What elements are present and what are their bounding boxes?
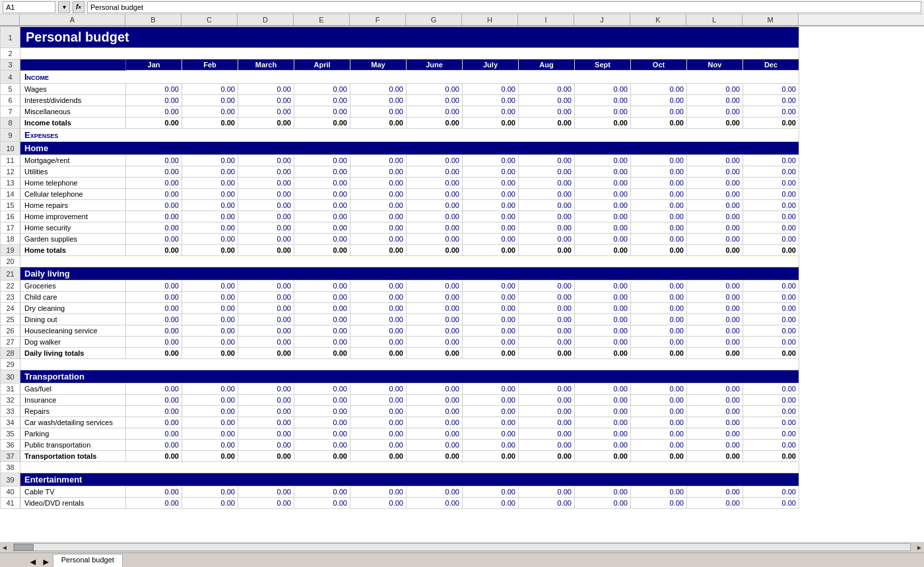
scrollbar-track[interactable] <box>13 543 911 551</box>
row-num-1: 1 <box>1 27 20 48</box>
row-8-income-total: 8 Income totals 0.00 0.00 0.00 0.00 0.00… <box>1 117 799 129</box>
wages-mar[interactable]: 0.00 <box>238 84 294 95</box>
col-header-M[interactable]: M <box>742 15 799 25</box>
income-section-header: Income <box>20 71 799 84</box>
row-36-public-transport: 36 Public transportation 0.00 0.00 0.00 … <box>1 440 799 451</box>
spreadsheet-body[interactable]: 1 Personal budget 2 3 Jan Feb March Apri… <box>0 26 924 564</box>
row-25-dining: 25 Dining out 0.00 0.00 0.00 0.00 0.00 0… <box>1 314 799 325</box>
month-jan[interactable]: Jan <box>126 59 182 71</box>
row-21-daily: 21 Daily living <box>1 267 799 281</box>
row-10-home: 10 Home <box>1 142 799 155</box>
row-5-wages: 5 Wages 0.00 0.00 0.00 0.00 0.00 0.00 0.… <box>1 84 799 95</box>
row-9-expenses: 9 Expenses <box>1 129 799 142</box>
col-header-I[interactable]: I <box>518 15 574 25</box>
row-20: 20 <box>1 256 799 267</box>
transport-section-header: Transportation <box>20 370 799 384</box>
row-37-transport-total: 37 Transportation totals 0.00 0.00 0.00 … <box>1 451 799 462</box>
row-23-childcare: 23 Child care 0.00 0.00 0.00 0.00 0.00 0… <box>1 292 799 303</box>
cell-reference[interactable] <box>3 1 55 13</box>
month-dec[interactable]: Dec <box>743 59 799 71</box>
row-30-transport: 30 Transportation <box>1 370 799 384</box>
row-28-daily-total: 28 Daily living totals 0.00 0.00 0.00 0.… <box>1 348 799 359</box>
daily-section-header: Daily living <box>20 267 799 281</box>
row-24-dry-cleaning: 24 Dry cleaning 0.00 0.00 0.00 0.00 0.00… <box>1 303 799 314</box>
col-header-C[interactable]: C <box>182 15 238 25</box>
row-12-utilities: 12 Utilities 0.00 0.00 0.00 0.00 0.00 0.… <box>1 166 799 178</box>
wages-jan[interactable]: 0.00 <box>126 84 182 95</box>
wages-may[interactable]: 0.00 <box>350 84 407 95</box>
wages-dec[interactable]: 0.00 <box>743 84 799 95</box>
row-17-home-security: 17 Home security 0.00 0.00 0.00 0.00 0.0… <box>1 222 799 234</box>
wages-nov[interactable]: 0.00 <box>687 84 743 95</box>
wages-jul[interactable]: 0.00 <box>463 84 519 95</box>
month-aug[interactable]: Aug <box>519 59 575 71</box>
col-header-J[interactable]: J <box>574 15 630 25</box>
row-4-income: 4 Income <box>1 71 799 84</box>
month-april[interactable]: April <box>294 59 350 71</box>
month-may[interactable]: May <box>350 59 407 71</box>
month-july[interactable]: July <box>463 59 519 71</box>
wages-apr[interactable]: 0.00 <box>294 84 350 95</box>
row-35-parking: 35 Parking 0.00 0.00 0.00 0.00 0.00 0.00… <box>1 428 799 440</box>
row-40-cable: 40 Cable TV 0.00 0.00 0.00 0.00 0.00 0.0… <box>1 486 799 498</box>
wages-label[interactable]: Wages <box>20 84 126 95</box>
spreadsheet-title[interactable]: Personal budget <box>20 27 799 48</box>
month-feb[interactable]: Feb <box>182 59 238 71</box>
month-oct[interactable]: Oct <box>631 59 687 71</box>
row-34-carwash: 34 Car wash/detailing services 0.00 0.00… <box>1 417 799 428</box>
wages-sep[interactable]: 0.00 <box>575 84 631 95</box>
row-31-gas: 31 Gas/fuel 0.00 0.00 0.00 0.00 0.00 0.0… <box>1 384 799 395</box>
expand-btn[interactable]: ▾ <box>58 1 70 13</box>
col-header-E[interactable]: E <box>294 15 350 25</box>
income-total-label[interactable]: Income totals <box>20 117 126 129</box>
main-table: 1 Personal budget 2 3 Jan Feb March Apri… <box>0 26 799 509</box>
row-6-interest: 6 Interest/dividends 0.00 0.00 0.00 0.00… <box>1 95 799 106</box>
row-32-insurance: 32 Insurance 0.00 0.00 0.00 0.00 0.00 0.… <box>1 395 799 406</box>
column-headers: A B C D E F G H I J K L M <box>0 15 924 26</box>
formula-bar: ▾ fx <box>0 0 924 15</box>
formula-icon[interactable]: fx <box>73 1 84 13</box>
row-39-entertainment: 39 Entertainment <box>1 473 799 486</box>
row-2: 2 <box>1 48 799 59</box>
col-header-A[interactable]: A <box>20 15 125 25</box>
row-13-home-phone: 13 Home telephone 0.00 0.00 0.00 0.00 0.… <box>1 178 799 189</box>
month-sept[interactable]: Sept <box>575 59 631 71</box>
row-16-home-improvement: 16 Home improvement 0.00 0.00 0.00 0.00 … <box>1 211 799 222</box>
row-7-misc: 7 Miscellaneous 0.00 0.00 0.00 0.00 0.00… <box>1 106 799 117</box>
row-1: 1 Personal budget <box>1 27 799 48</box>
sheet-tabs-bar: ◄ ► Personal budget <box>0 552 924 564</box>
row-41-dvd: 41 Video/DVD rentals 0.00 0.00 0.00 0.00… <box>1 498 799 509</box>
col-header-F[interactable]: F <box>350 15 406 25</box>
row-14-cell-phone: 14 Cellular telephone 0.00 0.00 0.00 0.0… <box>1 189 799 200</box>
horizontal-scrollbar[interactable]: ◄ ► <box>0 542 924 552</box>
wages-aug[interactable]: 0.00 <box>519 84 575 95</box>
col-header-H[interactable]: H <box>462 15 518 25</box>
row-33-repairs: 33 Repairs 0.00 0.00 0.00 0.00 0.00 0.00… <box>1 406 799 417</box>
entertainment-section-header: Entertainment <box>20 473 799 486</box>
col-header-D[interactable]: D <box>238 15 294 25</box>
row-29: 29 <box>1 359 799 370</box>
col-header-G[interactable]: G <box>406 15 462 25</box>
month-march[interactable]: March <box>238 59 294 71</box>
row-11-mortgage: 11 Mortgage/rent 0.00 0.00 0.00 0.00 0.0… <box>1 155 799 166</box>
row-22-groceries: 22 Groceries 0.00 0.00 0.00 0.00 0.00 0.… <box>1 281 799 292</box>
expenses-section-header: Expenses <box>20 129 799 142</box>
row-18-garden: 18 Garden supplies 0.00 0.00 0.00 0.00 0… <box>1 234 799 245</box>
row-15-home-repairs: 15 Home repairs 0.00 0.00 0.00 0.00 0.00… <box>1 200 799 211</box>
wages-oct[interactable]: 0.00 <box>631 84 687 95</box>
col-header-K[interactable]: K <box>630 15 686 25</box>
month-nov[interactable]: Nov <box>687 59 743 71</box>
prev-sheet-icon[interactable]: ◄ <box>26 556 40 564</box>
formula-input[interactable] <box>87 1 921 13</box>
sheet-tab-personal-budget[interactable]: Personal budget <box>53 554 123 564</box>
col-header-L[interactable]: L <box>686 15 742 25</box>
wages-jun[interactable]: 0.00 <box>407 84 463 95</box>
next-sheet-icon[interactable]: ► <box>40 556 53 564</box>
col-header-B[interactable]: B <box>125 15 182 25</box>
misc-label[interactable]: Miscellaneous <box>20 106 126 117</box>
row-26-housecleaning: 26 Housecleaning service 0.00 0.00 0.00 … <box>1 325 799 337</box>
wages-feb[interactable]: 0.00 <box>182 84 238 95</box>
month-june[interactable]: June <box>407 59 463 71</box>
home-section-header: Home <box>20 142 799 155</box>
interest-label[interactable]: Interest/dividends <box>20 95 126 106</box>
